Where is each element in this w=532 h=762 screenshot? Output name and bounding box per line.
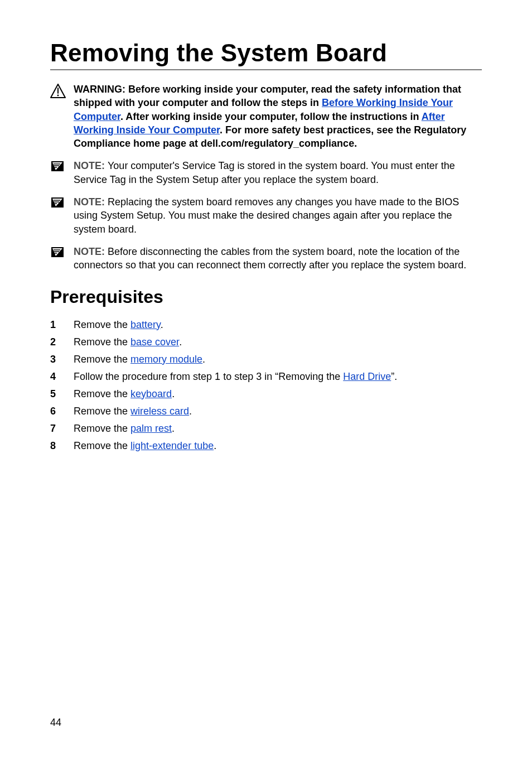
step-2: Remove the base cover. (50, 335, 482, 350)
page-number: 44 (50, 717, 61, 729)
svg-point-1 (57, 95, 59, 97)
note-admonition-3: NOTE: Before disconnecting the cables fr… (50, 245, 482, 272)
step-4: Follow the procedure from step 1 to step… (50, 369, 482, 384)
step-text-post: . (179, 336, 182, 348)
link-palm-rest[interactable]: palm rest (130, 423, 172, 434)
note-label: NOTE: (74, 246, 108, 257)
link-battery[interactable]: battery (130, 319, 161, 330)
link-hard-drive[interactable]: Hard Drive (343, 371, 391, 382)
note-body: Replacing the system board removes any c… (74, 196, 459, 235)
step-text: Follow the procedure from step 1 to step… (74, 371, 343, 382)
step-text: Remove the (74, 336, 130, 348)
step-7: Remove the palm rest. (50, 421, 482, 436)
warning-admonition: WARNING: Before working inside your comp… (50, 83, 482, 150)
warning-text-part2: . After working inside your computer, fo… (120, 111, 422, 122)
section-heading-prerequisites: Prerequisites (50, 287, 482, 307)
note-icon (50, 159, 74, 172)
step-text: Remove the (74, 406, 130, 417)
step-text-post: . (189, 406, 192, 417)
step-1: Remove the battery. (50, 317, 482, 332)
step-text: Remove the (74, 423, 130, 434)
step-text: Remove the (74, 388, 130, 399)
link-base-cover[interactable]: base cover (130, 336, 179, 348)
link-keyboard[interactable]: keyboard (130, 388, 172, 399)
step-text-post: . (172, 423, 175, 434)
note-admonition-2: NOTE: Replacing the system board removes… (50, 195, 482, 236)
step-text-post: . (161, 319, 163, 330)
note-admonition-1: NOTE: Your computer's Service Tag is sto… (50, 159, 482, 186)
note-label: NOTE: (74, 160, 108, 171)
warning-text: WARNING: Before working inside your comp… (74, 83, 482, 150)
step-3: Remove the memory module. (50, 352, 482, 367)
note-text-1: NOTE: Your computer's Service Tag is sto… (74, 159, 482, 186)
step-text-post: ”. (391, 371, 397, 382)
note-body: Before disconnecting the cables from the… (74, 246, 466, 271)
link-memory-module[interactable]: memory module (130, 354, 202, 365)
step-text-post: . (214, 440, 216, 451)
title-divider (50, 69, 482, 70)
link-wireless-card[interactable]: wireless card (130, 406, 189, 417)
step-text: Remove the (74, 319, 130, 330)
note-text-2: NOTE: Replacing the system board removes… (74, 195, 482, 236)
note-body: Your computer's Service Tag is stored in… (74, 160, 455, 185)
step-6: Remove the wireless card. (50, 404, 482, 419)
page: Removing the System Board WARNING: Befor… (0, 0, 532, 762)
warning-icon (50, 83, 74, 98)
step-5: Remove the keyboard. (50, 387, 482, 402)
step-text-post: . (202, 354, 205, 365)
note-text-3: NOTE: Before disconnecting the cables fr… (74, 245, 482, 272)
note-icon (50, 195, 74, 209)
page-title: Removing the System Board (50, 39, 482, 67)
link-light-extender-tube[interactable]: light-extender tube (130, 440, 214, 451)
step-text: Remove the (74, 354, 130, 365)
prerequisite-steps: Remove the battery. Remove the base cove… (50, 317, 482, 454)
step-text: Remove the (74, 440, 130, 451)
step-8: Remove the light-extender tube. (50, 438, 482, 454)
step-text-post: . (172, 388, 175, 399)
note-label: NOTE: (74, 196, 108, 208)
note-icon (50, 245, 74, 258)
